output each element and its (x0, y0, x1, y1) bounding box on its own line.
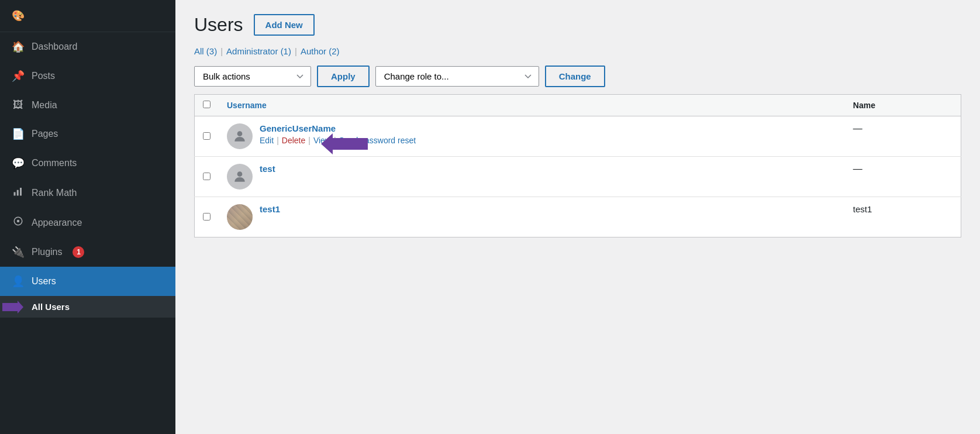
filter-administrator-link[interactable]: Administrator (1) (226, 46, 291, 56)
sidebar-item-label: Appearance (32, 218, 82, 228)
appearance-icon (12, 216, 25, 229)
sidebar-sub-item-all-users[interactable]: All Users (0, 296, 175, 318)
th-select-all (195, 95, 219, 116)
row2-avatar (227, 164, 253, 190)
wp-logo-icon: 🎨 (12, 9, 25, 22)
sidebar-item-rank-math[interactable]: Rank Math (0, 178, 175, 208)
sidebar: 🎨 🏠 Dashboard 📌 Posts 🖼 Media 📄 Pages 💬 … (0, 0, 175, 434)
sidebar-item-label: Posts (32, 71, 55, 81)
row2-user-info: test (260, 164, 275, 174)
row1-name-cell: — (845, 116, 961, 157)
separator-1: | (220, 46, 223, 56)
row3-avatar (227, 204, 253, 230)
posts-icon: 📌 (12, 70, 25, 82)
row1-sep1: | (277, 136, 279, 145)
media-icon: 🖼 (12, 99, 25, 111)
sidebar-item-comments[interactable]: 💬 Comments (0, 149, 175, 178)
sidebar-item-pages[interactable]: 📄 Pages (0, 119, 175, 149)
table-row: test1 test1 (195, 197, 961, 237)
row3-username-link[interactable]: test1 (260, 204, 280, 214)
add-new-button[interactable]: Add New (254, 14, 315, 36)
row2-checkbox-cell (195, 157, 219, 197)
row1-checkbox[interactable] (203, 132, 211, 140)
filter-links: All (3) | Administrator (1) | Author (2) (194, 46, 961, 56)
table-row: GenericUserName Edit | Delete | View | S… (195, 116, 961, 157)
filter-author-link[interactable]: Author (2) (301, 46, 340, 56)
filter-all-link[interactable]: All (3) (194, 46, 217, 56)
row2-name-cell: — (845, 157, 961, 197)
username-sort-link[interactable]: Username (227, 101, 267, 110)
row3-checkbox[interactable] (203, 213, 211, 221)
th-username: Username (219, 95, 845, 116)
row1-actions: Edit | Delete | View | Send password res… (260, 136, 420, 145)
row1-edit-link[interactable]: Edit (260, 136, 274, 145)
svg-rect-0 (14, 192, 16, 196)
sidebar-item-posts[interactable]: 📌 Posts (0, 61, 175, 91)
comments-icon: 💬 (12, 157, 25, 170)
select-all-checkbox[interactable] (203, 101, 211, 108)
row2-username-link[interactable]: test (260, 164, 275, 174)
main-content: Users Add New All (3) | Administrator (1… (175, 0, 980, 434)
row3-name-cell: test1 (845, 197, 961, 237)
users-icon: 👤 (12, 275, 25, 288)
sidebar-item-label: Pages (32, 129, 58, 139)
bulk-actions-select[interactable]: Bulk actions Delete (194, 66, 311, 87)
sidebar-logo: 🎨 (0, 0, 175, 32)
row3-user-info: test1 (260, 204, 280, 214)
plugins-icon: 🔌 (12, 246, 25, 259)
all-users-label: All Users (32, 302, 70, 312)
pages-icon: 📄 (12, 128, 25, 140)
sidebar-item-appearance[interactable]: Appearance (0, 208, 175, 237)
svg-rect-1 (17, 190, 19, 196)
row3-user-inner: test1 (227, 204, 837, 230)
svg-rect-2 (20, 188, 22, 196)
change-role-select[interactable]: Change role to... Administrator Author E… (375, 66, 539, 87)
sidebar-arrow-icon (2, 301, 23, 314)
dashboard-icon: 🏠 (12, 40, 25, 53)
row1-username-cell: GenericUserName Edit | Delete | View | S… (219, 116, 845, 157)
sidebar-item-media[interactable]: 🖼 Media (0, 91, 175, 119)
rankmath-icon (12, 186, 25, 199)
toolbar: Bulk actions Delete Apply Change role to… (194, 66, 961, 87)
sidebar-item-label: Dashboard (32, 42, 77, 52)
table-row: test — (195, 157, 961, 197)
row3-checkbox-cell (195, 197, 219, 237)
sidebar-item-users[interactable]: 👤 Users (0, 267, 175, 296)
sidebar-item-label: Plugins (32, 247, 62, 257)
row3-username-cell: test1 (219, 197, 845, 237)
row1-sep2: | (308, 136, 310, 145)
sidebar-item-label: Rank Math (32, 188, 77, 198)
svg-marker-6 (321, 133, 368, 154)
row2-user-inner: test (227, 164, 837, 190)
plugins-badge: 1 (73, 246, 84, 258)
sidebar-item-label: Comments (32, 158, 77, 168)
svg-point-5 (237, 131, 243, 136)
page-title: Users (194, 14, 243, 36)
th-name: Name (845, 95, 961, 116)
row2-checkbox[interactable] (203, 173, 211, 180)
row1-delete-link[interactable]: Delete (282, 136, 305, 145)
svg-point-3 (17, 220, 20, 223)
row1-username-link[interactable]: GenericUserName (260, 123, 420, 133)
users-table: Username Name GenericUserName (194, 94, 961, 237)
row1-user-info: GenericUserName Edit | Delete | View | S… (260, 123, 420, 145)
row2-username-cell: test (219, 157, 845, 197)
delete-arrow-icon (321, 133, 368, 154)
sidebar-item-label: Users (32, 276, 56, 287)
svg-point-7 (237, 171, 243, 177)
svg-marker-4 (2, 301, 23, 314)
separator-2: | (295, 46, 297, 56)
change-button[interactable]: Change (545, 66, 605, 87)
sidebar-item-plugins[interactable]: 🔌 Plugins 1 (0, 237, 175, 267)
row1-user-inner: GenericUserName Edit | Delete | View | S… (227, 123, 837, 149)
page-header: Users Add New (194, 14, 961, 36)
row1-checkbox-cell (195, 116, 219, 157)
sidebar-item-dashboard[interactable]: 🏠 Dashboard (0, 32, 175, 61)
row1-avatar (227, 123, 253, 149)
sidebar-item-label: Media (32, 100, 57, 111)
apply-button[interactable]: Apply (317, 66, 370, 87)
sidebar-sub-menu: All Users (0, 296, 175, 318)
